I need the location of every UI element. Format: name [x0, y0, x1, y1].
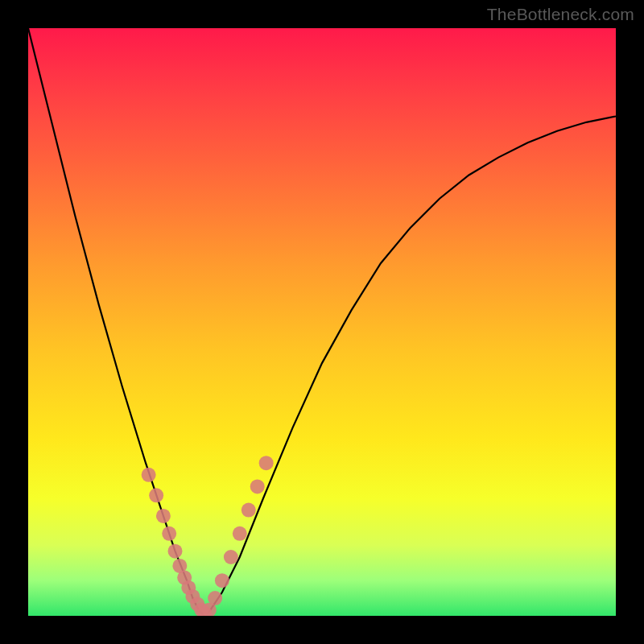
marker-point [259, 456, 274, 470]
highlighted-points-group [142, 456, 274, 616]
chart-container: TheBottleneck.com [0, 0, 644, 644]
marker-point [250, 479, 265, 493]
marker-point [233, 526, 247, 541]
bottleneck-curve [28, 28, 616, 616]
marker-point [162, 526, 176, 541]
plot-area [28, 28, 616, 616]
marker-point [168, 544, 183, 559]
watermark-text: TheBottleneck.com [487, 5, 634, 24]
chart-svg [28, 28, 616, 616]
marker-point [242, 503, 256, 518]
marker-point [156, 509, 171, 523]
marker-point [215, 573, 229, 588]
marker-point [224, 550, 238, 564]
marker-point [142, 468, 156, 482]
marker-point [149, 488, 163, 502]
marker-point [208, 591, 222, 605]
